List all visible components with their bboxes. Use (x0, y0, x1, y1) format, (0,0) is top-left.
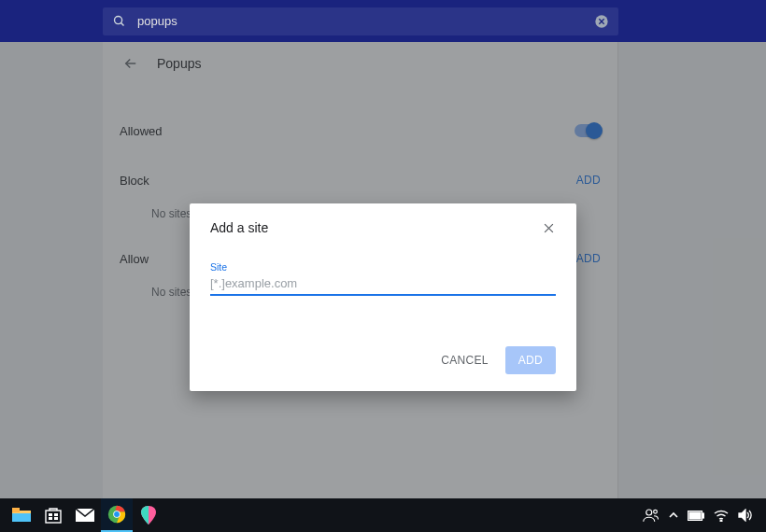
svg-rect-19 (689, 512, 701, 519)
svg-rect-6 (46, 511, 61, 523)
add-site-dialog: Add a site Site CANCEL ADD (190, 203, 576, 391)
svg-rect-4 (12, 508, 20, 512)
site-field-label: Site (210, 261, 556, 273)
dialog-title: Add a site (210, 220, 542, 235)
svg-point-15 (646, 510, 652, 515)
clear-search-icon[interactable] (594, 14, 609, 29)
tray-chevron-up-icon[interactable] (669, 511, 678, 519)
tray-people-icon[interactable] (643, 508, 660, 523)
modal-scrim[interactable]: Add a site Site CANCEL ADD (0, 42, 766, 532)
svg-rect-8 (54, 513, 58, 516)
svg-point-16 (654, 510, 658, 513)
svg-rect-7 (49, 513, 52, 516)
close-icon[interactable] (542, 221, 556, 235)
svg-rect-5 (12, 513, 31, 522)
svg-line-1 (121, 23, 124, 26)
svg-rect-10 (54, 517, 58, 520)
svg-point-20 (720, 520, 722, 522)
settings-search[interactable]: popups (103, 7, 618, 35)
settings-topbar: popups (0, 0, 766, 42)
svg-point-0 (115, 17, 122, 24)
search-query-text: popups (137, 14, 594, 28)
taskbar-mail-icon[interactable] (69, 501, 101, 529)
taskbar-store-icon[interactable] (37, 501, 69, 529)
taskbar-file-explorer-icon[interactable] (6, 501, 37, 529)
site-input[interactable] (210, 274, 556, 296)
taskbar-chrome-icon[interactable] (101, 498, 133, 532)
svg-rect-18 (702, 513, 704, 518)
add-button[interactable]: ADD (505, 346, 556, 374)
search-icon (112, 14, 126, 28)
taskbar-maps-icon[interactable] (133, 501, 164, 529)
settings-canvas: Popups Allowed Block ADD No sites added … (0, 42, 766, 532)
cancel-button[interactable]: CANCEL (435, 346, 493, 374)
system-tray (643, 508, 760, 523)
svg-point-14 (114, 511, 120, 517)
tray-wifi-icon[interactable] (714, 510, 729, 522)
tray-volume-icon[interactable] (738, 509, 753, 522)
svg-rect-9 (49, 517, 52, 520)
tray-battery-icon[interactable] (688, 511, 704, 521)
windows-taskbar (0, 498, 766, 532)
